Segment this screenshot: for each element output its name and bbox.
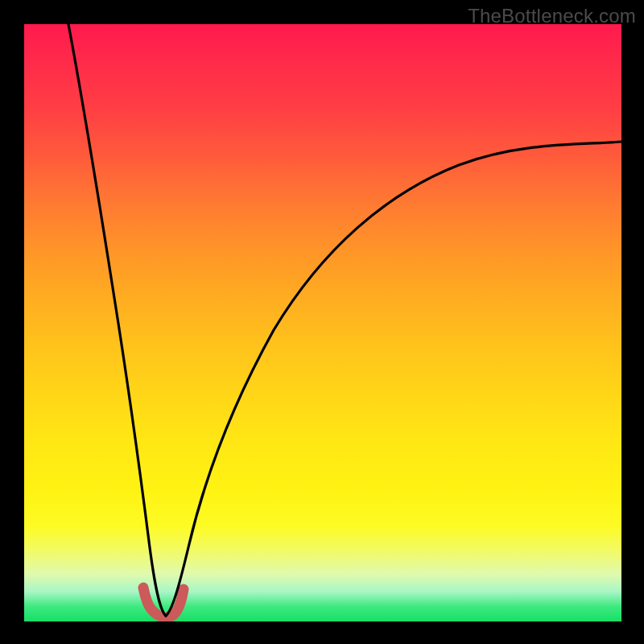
trough-marker — [143, 588, 184, 617]
left-curve — [68, 24, 166, 616]
curve-layer — [24, 24, 621, 621]
plot-area — [24, 24, 621, 621]
chart-frame: TheBottleneck.com — [0, 0, 644, 644]
right-curve — [166, 142, 621, 616]
